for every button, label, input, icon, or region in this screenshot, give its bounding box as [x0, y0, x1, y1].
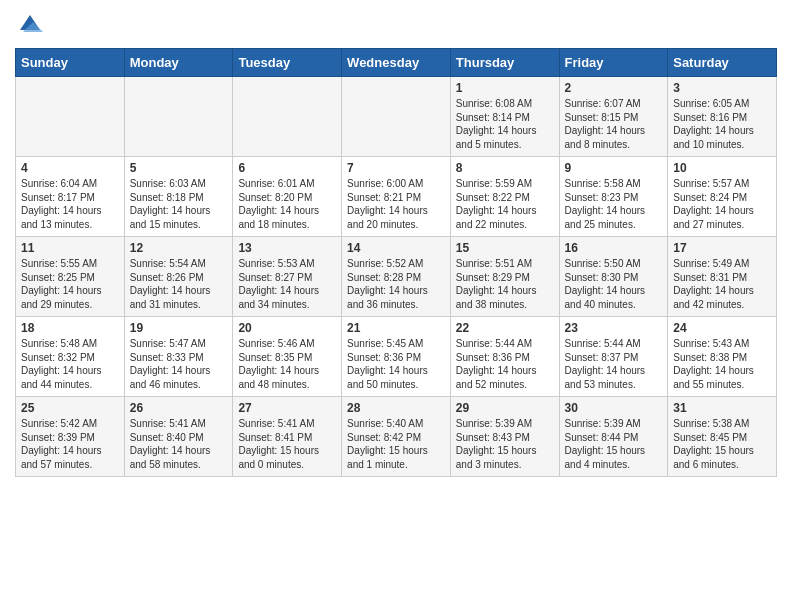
cell-content: Sunrise: 5:41 AM Sunset: 8:40 PM Dayligh…: [130, 417, 228, 471]
cell-content: Sunrise: 6:03 AM Sunset: 8:18 PM Dayligh…: [130, 177, 228, 231]
header-day-wednesday: Wednesday: [342, 49, 451, 77]
calendar-cell: 20Sunrise: 5:46 AM Sunset: 8:35 PM Dayli…: [233, 317, 342, 397]
cell-content: Sunrise: 5:39 AM Sunset: 8:44 PM Dayligh…: [565, 417, 663, 471]
cell-content: Sunrise: 5:48 AM Sunset: 8:32 PM Dayligh…: [21, 337, 119, 391]
page: SundayMondayTuesdayWednesdayThursdayFrid…: [0, 0, 792, 492]
cell-content: Sunrise: 5:57 AM Sunset: 8:24 PM Dayligh…: [673, 177, 771, 231]
calendar-cell: [233, 77, 342, 157]
header-day-saturday: Saturday: [668, 49, 777, 77]
calendar-cell: 24Sunrise: 5:43 AM Sunset: 8:38 PM Dayli…: [668, 317, 777, 397]
day-number: 16: [565, 241, 663, 255]
calendar-cell: 15Sunrise: 5:51 AM Sunset: 8:29 PM Dayli…: [450, 237, 559, 317]
day-number: 11: [21, 241, 119, 255]
calendar-cell: [342, 77, 451, 157]
cell-content: Sunrise: 5:59 AM Sunset: 8:22 PM Dayligh…: [456, 177, 554, 231]
day-number: 5: [130, 161, 228, 175]
calendar-cell: 3Sunrise: 6:05 AM Sunset: 8:16 PM Daylig…: [668, 77, 777, 157]
calendar-cell: 11Sunrise: 5:55 AM Sunset: 8:25 PM Dayli…: [16, 237, 125, 317]
calendar-cell: 31Sunrise: 5:38 AM Sunset: 8:45 PM Dayli…: [668, 397, 777, 477]
day-number: 3: [673, 81, 771, 95]
calendar-cell: 23Sunrise: 5:44 AM Sunset: 8:37 PM Dayli…: [559, 317, 668, 397]
cell-content: Sunrise: 5:41 AM Sunset: 8:41 PM Dayligh…: [238, 417, 336, 471]
calendar-cell: 9Sunrise: 5:58 AM Sunset: 8:23 PM Daylig…: [559, 157, 668, 237]
cell-content: Sunrise: 5:44 AM Sunset: 8:37 PM Dayligh…: [565, 337, 663, 391]
header-day-friday: Friday: [559, 49, 668, 77]
day-number: 2: [565, 81, 663, 95]
cell-content: Sunrise: 5:43 AM Sunset: 8:38 PM Dayligh…: [673, 337, 771, 391]
calendar-cell: 16Sunrise: 5:50 AM Sunset: 8:30 PM Dayli…: [559, 237, 668, 317]
calendar-cell: 14Sunrise: 5:52 AM Sunset: 8:28 PM Dayli…: [342, 237, 451, 317]
calendar-cell: 10Sunrise: 5:57 AM Sunset: 8:24 PM Dayli…: [668, 157, 777, 237]
calendar-cell: 5Sunrise: 6:03 AM Sunset: 8:18 PM Daylig…: [124, 157, 233, 237]
header: [15, 10, 777, 40]
day-number: 10: [673, 161, 771, 175]
week-row-5: 25Sunrise: 5:42 AM Sunset: 8:39 PM Dayli…: [16, 397, 777, 477]
calendar-cell: 21Sunrise: 5:45 AM Sunset: 8:36 PM Dayli…: [342, 317, 451, 397]
header-day-sunday: Sunday: [16, 49, 125, 77]
cell-content: Sunrise: 6:08 AM Sunset: 8:14 PM Dayligh…: [456, 97, 554, 151]
week-row-1: 1Sunrise: 6:08 AM Sunset: 8:14 PM Daylig…: [16, 77, 777, 157]
cell-content: Sunrise: 6:01 AM Sunset: 8:20 PM Dayligh…: [238, 177, 336, 231]
week-row-2: 4Sunrise: 6:04 AM Sunset: 8:17 PM Daylig…: [16, 157, 777, 237]
cell-content: Sunrise: 5:40 AM Sunset: 8:42 PM Dayligh…: [347, 417, 445, 471]
cell-content: Sunrise: 5:47 AM Sunset: 8:33 PM Dayligh…: [130, 337, 228, 391]
day-number: 4: [21, 161, 119, 175]
day-number: 6: [238, 161, 336, 175]
calendar-cell: 19Sunrise: 5:47 AM Sunset: 8:33 PM Dayli…: [124, 317, 233, 397]
day-number: 8: [456, 161, 554, 175]
week-row-3: 11Sunrise: 5:55 AM Sunset: 8:25 PM Dayli…: [16, 237, 777, 317]
calendar-cell: 27Sunrise: 5:41 AM Sunset: 8:41 PM Dayli…: [233, 397, 342, 477]
calendar-cell: 22Sunrise: 5:44 AM Sunset: 8:36 PM Dayli…: [450, 317, 559, 397]
day-number: 21: [347, 321, 445, 335]
cell-content: Sunrise: 5:44 AM Sunset: 8:36 PM Dayligh…: [456, 337, 554, 391]
day-number: 26: [130, 401, 228, 415]
header-day-tuesday: Tuesday: [233, 49, 342, 77]
cell-content: Sunrise: 5:54 AM Sunset: 8:26 PM Dayligh…: [130, 257, 228, 311]
cell-content: Sunrise: 6:05 AM Sunset: 8:16 PM Dayligh…: [673, 97, 771, 151]
calendar-cell: 12Sunrise: 5:54 AM Sunset: 8:26 PM Dayli…: [124, 237, 233, 317]
calendar-cell: [124, 77, 233, 157]
cell-content: Sunrise: 6:00 AM Sunset: 8:21 PM Dayligh…: [347, 177, 445, 231]
day-number: 20: [238, 321, 336, 335]
cell-content: Sunrise: 5:49 AM Sunset: 8:31 PM Dayligh…: [673, 257, 771, 311]
calendar-cell: 29Sunrise: 5:39 AM Sunset: 8:43 PM Dayli…: [450, 397, 559, 477]
calendar-cell: 4Sunrise: 6:04 AM Sunset: 8:17 PM Daylig…: [16, 157, 125, 237]
calendar-cell: 26Sunrise: 5:41 AM Sunset: 8:40 PM Dayli…: [124, 397, 233, 477]
day-number: 18: [21, 321, 119, 335]
day-number: 7: [347, 161, 445, 175]
calendar-cell: [16, 77, 125, 157]
day-number: 22: [456, 321, 554, 335]
day-number: 13: [238, 241, 336, 255]
calendar-cell: 1Sunrise: 6:08 AM Sunset: 8:14 PM Daylig…: [450, 77, 559, 157]
calendar-cell: 2Sunrise: 6:07 AM Sunset: 8:15 PM Daylig…: [559, 77, 668, 157]
calendar-cell: 8Sunrise: 5:59 AM Sunset: 8:22 PM Daylig…: [450, 157, 559, 237]
cell-content: Sunrise: 5:55 AM Sunset: 8:25 PM Dayligh…: [21, 257, 119, 311]
header-day-monday: Monday: [124, 49, 233, 77]
header-row: SundayMondayTuesdayWednesdayThursdayFrid…: [16, 49, 777, 77]
calendar-cell: 6Sunrise: 6:01 AM Sunset: 8:20 PM Daylig…: [233, 157, 342, 237]
day-number: 25: [21, 401, 119, 415]
cell-content: Sunrise: 5:53 AM Sunset: 8:27 PM Dayligh…: [238, 257, 336, 311]
cell-content: Sunrise: 5:52 AM Sunset: 8:28 PM Dayligh…: [347, 257, 445, 311]
cell-content: Sunrise: 5:50 AM Sunset: 8:30 PM Dayligh…: [565, 257, 663, 311]
calendar-cell: 25Sunrise: 5:42 AM Sunset: 8:39 PM Dayli…: [16, 397, 125, 477]
day-number: 31: [673, 401, 771, 415]
day-number: 9: [565, 161, 663, 175]
cell-content: Sunrise: 5:38 AM Sunset: 8:45 PM Dayligh…: [673, 417, 771, 471]
day-number: 24: [673, 321, 771, 335]
header-day-thursday: Thursday: [450, 49, 559, 77]
cell-content: Sunrise: 5:42 AM Sunset: 8:39 PM Dayligh…: [21, 417, 119, 471]
day-number: 1: [456, 81, 554, 95]
day-number: 27: [238, 401, 336, 415]
cell-content: Sunrise: 5:39 AM Sunset: 8:43 PM Dayligh…: [456, 417, 554, 471]
day-number: 30: [565, 401, 663, 415]
day-number: 28: [347, 401, 445, 415]
calendar-cell: 13Sunrise: 5:53 AM Sunset: 8:27 PM Dayli…: [233, 237, 342, 317]
week-row-4: 18Sunrise: 5:48 AM Sunset: 8:32 PM Dayli…: [16, 317, 777, 397]
logo-icon: [15, 10, 45, 40]
day-number: 17: [673, 241, 771, 255]
cell-content: Sunrise: 6:04 AM Sunset: 8:17 PM Dayligh…: [21, 177, 119, 231]
day-number: 15: [456, 241, 554, 255]
cell-content: Sunrise: 5:51 AM Sunset: 8:29 PM Dayligh…: [456, 257, 554, 311]
calendar-cell: 30Sunrise: 5:39 AM Sunset: 8:44 PM Dayli…: [559, 397, 668, 477]
